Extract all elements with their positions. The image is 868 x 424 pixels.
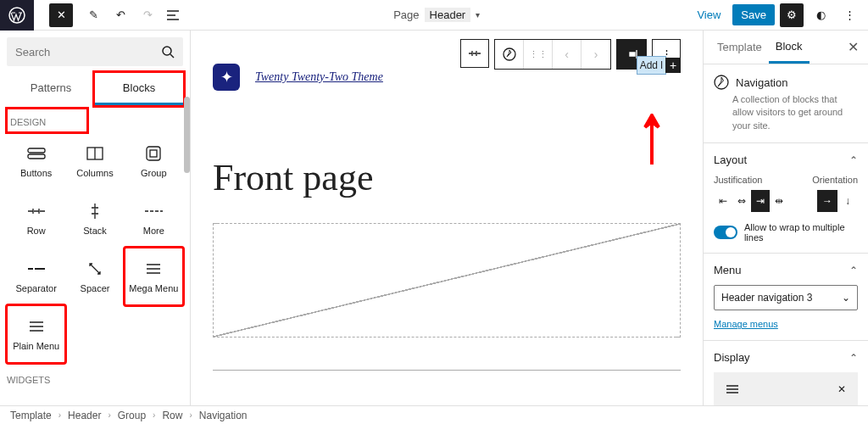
breadcrumb: Template› Header› Group› Row› Navigation xyxy=(0,405,868,424)
image-placeholder[interactable] xyxy=(213,223,681,338)
justify-right-icon[interactable]: ⇥ xyxy=(751,190,770,212)
chevron-down-icon[interactable]: ▾ xyxy=(476,10,480,20)
save-button[interactable]: Save xyxy=(732,4,775,25)
chevron-up-icon[interactable]: ⌃ xyxy=(849,265,858,276)
page-type-label: Page xyxy=(393,8,419,21)
chevron-down-icon: ⌄ xyxy=(842,292,850,304)
menu-select[interactable]: Header navigation 3 ⌄ xyxy=(714,285,858,310)
manage-menus-link[interactable]: Manage menus xyxy=(714,319,778,329)
block-plain-menu[interactable]: Plain Menu xyxy=(7,305,65,363)
stack-icon xyxy=(90,202,100,220)
editor-canvas[interactable]: ⋮⋮ ‹ › ⋮ ✦ Twenty Twenty-Two Theme Add l… xyxy=(191,31,703,410)
block-columns[interactable]: Columns xyxy=(65,132,124,190)
menu-icon xyxy=(29,317,44,336)
block-inserter: Patterns Blocks DESIGN Buttons Columns G… xyxy=(0,31,191,410)
hamburger-icon xyxy=(726,385,739,393)
template-part-label[interactable]: Header xyxy=(425,8,471,22)
section-display[interactable]: Display xyxy=(714,351,750,364)
orientation-label: Orientation xyxy=(812,175,858,185)
row-icon xyxy=(27,202,46,220)
tab-blocks[interactable]: Blocks xyxy=(95,73,183,105)
svg-rect-6 xyxy=(150,150,157,157)
separator-line[interactable] xyxy=(213,370,681,371)
wordpress-logo[interactable] xyxy=(0,0,34,31)
group-icon xyxy=(146,144,161,163)
breadcrumb-item[interactable]: Navigation xyxy=(199,410,248,421)
undo-icon[interactable]: ↶ xyxy=(112,8,129,21)
search-input[interactable] xyxy=(7,37,183,66)
tab-patterns[interactable]: Patterns xyxy=(7,73,95,105)
breadcrumb-item[interactable]: Header xyxy=(68,410,101,421)
settings-icon[interactable]: ⚙ xyxy=(780,3,804,27)
category-design: DESIGN xyxy=(7,109,87,132)
svg-rect-3 xyxy=(28,154,45,159)
block-name: Navigation xyxy=(736,76,787,89)
orient-horizontal-icon[interactable]: → xyxy=(817,190,837,212)
separator-icon xyxy=(27,259,46,278)
navigation-block-placeholder[interactable]: Add l+ xyxy=(637,56,681,75)
tab-template[interactable]: Template xyxy=(710,32,769,62)
block-spacer[interactable]: Spacer xyxy=(65,248,124,305)
breadcrumb-item[interactable]: Row xyxy=(162,410,182,421)
plus-icon[interactable]: + xyxy=(665,58,681,73)
close-x-icon: ✕ xyxy=(837,383,846,395)
breadcrumb-item[interactable]: Group xyxy=(118,410,146,421)
justification-label: Justification xyxy=(714,175,762,185)
buttons-icon xyxy=(27,144,46,163)
tab-block[interactable]: Block xyxy=(769,31,810,64)
search-icon xyxy=(161,45,175,59)
wrap-toggle[interactable] xyxy=(714,226,737,239)
annotation-arrow xyxy=(642,114,662,165)
scrollbar[interactable] xyxy=(184,97,190,173)
site-title-link[interactable]: Twenty Twenty-Two Theme xyxy=(255,70,383,84)
block-mega-menu[interactable]: Mega Menu xyxy=(125,248,183,305)
block-row[interactable]: Row xyxy=(7,190,65,248)
columns-icon xyxy=(86,144,103,163)
block-stack[interactable]: Stack xyxy=(65,190,124,248)
page-heading[interactable]: Front page xyxy=(213,156,681,199)
spacer-icon xyxy=(88,259,102,278)
chevron-up-icon[interactable]: ⌃ xyxy=(849,352,858,364)
section-layout[interactable]: Layout xyxy=(714,153,747,166)
block-group[interactable]: Group xyxy=(125,132,183,190)
close-button[interactable]: ✕ xyxy=(49,3,73,27)
more-icon[interactable]: ⋮ xyxy=(837,3,861,27)
menu-icon xyxy=(146,259,161,278)
more-block-icon xyxy=(144,202,163,220)
view-link[interactable]: View xyxy=(690,5,727,25)
styles-icon[interactable]: ◐ xyxy=(809,3,832,27)
chevron-up-icon[interactable]: ⌃ xyxy=(849,154,858,166)
justify-left-icon[interactable]: ⇤ xyxy=(714,190,732,212)
block-more[interactable]: More xyxy=(125,190,183,248)
list-view-icon[interactable] xyxy=(166,9,183,21)
breadcrumb-item[interactable]: Template xyxy=(10,410,52,421)
edit-icon[interactable]: ✎ xyxy=(85,8,102,21)
navigation-block-icon xyxy=(714,75,729,90)
redo-icon[interactable]: ↷ xyxy=(139,8,156,21)
block-description: A collection of blocks that allow visito… xyxy=(704,93,868,143)
site-logo[interactable]: ✦ xyxy=(213,64,240,91)
settings-sidebar: Template Block ✕ Navigation A collection… xyxy=(703,31,868,410)
wrap-label: Allow to wrap to multiple lines xyxy=(744,222,858,243)
svg-rect-2 xyxy=(28,148,45,153)
close-settings-icon[interactable]: ✕ xyxy=(841,31,865,64)
svg-point-1 xyxy=(163,47,171,55)
justify-space-icon[interactable]: ⇹ xyxy=(770,190,788,212)
orient-vertical-icon[interactable]: ↓ xyxy=(837,190,858,212)
category-widgets: WIDGETS xyxy=(7,366,183,390)
section-menu[interactable]: Menu xyxy=(714,264,742,276)
block-separator[interactable]: Separator xyxy=(7,248,65,305)
svg-rect-5 xyxy=(147,147,160,160)
justify-center-icon[interactable]: ⇔ xyxy=(732,190,751,212)
block-buttons[interactable]: Buttons xyxy=(7,132,65,190)
